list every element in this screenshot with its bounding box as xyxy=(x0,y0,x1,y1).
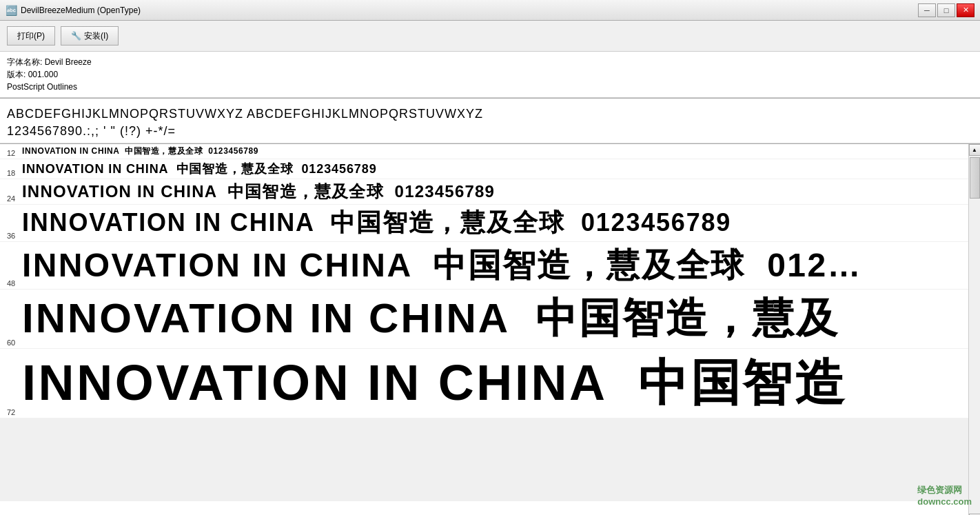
preview-row-72: 72 INNOVATION IN CHINA 中国智造 xyxy=(0,349,968,418)
toolbar: 打印(P) 🔧 安装(I) xyxy=(0,21,980,52)
title-bar: 🔤 DevilBreezeMedium (OpenType) ─ □ ✕ xyxy=(0,0,980,21)
info-panel: 字体名称: Devil Breeze 版本: 001.000 PostScrip… xyxy=(0,52,980,98)
font-name-label: 字体名称: xyxy=(7,57,42,67)
main-container: 12 INNOVATION IN CHINA 中国智造，慧及全球 0123456… xyxy=(0,144,980,515)
version-label: 版本: xyxy=(7,70,25,79)
size-label-12: 12 xyxy=(7,149,22,157)
preview-text-24: INNOVATION IN CHINA 中国智造，慧及全球 0123456789 xyxy=(22,181,495,203)
size-label-72: 72 xyxy=(7,408,22,416)
bottom-filler xyxy=(0,418,968,501)
close-button[interactable]: ✕ xyxy=(957,3,974,17)
watermark-url: downcc.com xyxy=(917,496,972,507)
size-label-18: 18 xyxy=(7,169,22,177)
watermark: 绿色资源网 downcc.com xyxy=(917,484,972,507)
type-value: PostScript Outlines xyxy=(7,82,77,92)
preview-text-12: INNOVATION IN CHINA 中国智造，慧及全球 0123456789 xyxy=(22,145,258,157)
font-name-value: Devil Breeze xyxy=(45,57,92,67)
preview-text-36: INNOVATION IN CHINA 中国智造，慧及全球 0123456789 xyxy=(22,206,731,240)
maximize-button[interactable]: □ xyxy=(937,3,955,17)
version-line: 版本: 001.000 xyxy=(7,68,973,81)
alphabet-numbers: 1234567890.:,; ' " (!?) +-*/= xyxy=(7,123,973,140)
window-icon: 🔤 xyxy=(6,5,17,16)
install-icon: 🔧 xyxy=(71,31,81,41)
preview-row-18: 18 INNOVATION IN CHINA 中国智造，慧及全球 0123456… xyxy=(0,159,968,179)
title-controls: ─ □ ✕ xyxy=(918,3,974,17)
scroll-up-button[interactable]: ▲ xyxy=(969,144,981,156)
print-button[interactable]: 打印(P) xyxy=(7,26,55,46)
alphabet-upper: ABCDEFGHIJKLMNOPQRSTUVWXYZ ABCDEFGHIJKLM… xyxy=(7,105,973,123)
watermark-text: 绿色资源网 xyxy=(917,484,972,496)
preview-row-12: 12 INNOVATION IN CHINA 中国智造，慧及全球 0123456… xyxy=(0,144,968,159)
preview-row-24: 24 INNOVATION IN CHINA 中国智造，慧及全球 0123456… xyxy=(0,179,968,205)
preview-row-60: 60 INNOVATION IN CHINA 中国智造，慧及 xyxy=(0,290,968,349)
scroll-thumb[interactable] xyxy=(970,157,980,199)
title-bar-left: 🔤 DevilBreezeMedium (OpenType) xyxy=(6,5,141,16)
preview-row-36: 36 INNOVATION IN CHINA 中国智造，慧及全球 0123456… xyxy=(0,205,968,242)
type-line: PostScript Outlines xyxy=(7,81,973,93)
install-button-label: 安装(I) xyxy=(84,30,108,42)
font-name-line: 字体名称: Devil Breeze xyxy=(7,56,973,68)
size-label-24: 24 xyxy=(7,194,22,203)
window-title: DevilBreezeMedium (OpenType) xyxy=(21,6,141,15)
size-label-48: 48 xyxy=(7,279,22,287)
preview-text-18: INNOVATION IN CHINA 中国智造，慧及全球 0123456789 xyxy=(22,161,377,177)
version-value: 001.000 xyxy=(28,70,58,79)
size-label-60: 60 xyxy=(7,339,22,347)
preview-row-48: 48 INNOVATION IN CHINA 中国智造，慧及全球 012… xyxy=(0,242,968,290)
preview-text-60: INNOVATION IN CHINA 中国智造，慧及 xyxy=(22,291,839,347)
preview-text-72: INNOVATION IN CHINA 中国智造 xyxy=(22,350,847,416)
scrollbar[interactable]: ▲ ▼ xyxy=(968,144,980,515)
minimize-button[interactable]: ─ xyxy=(918,3,936,17)
install-button[interactable]: 🔧 安装(I) xyxy=(61,26,119,46)
size-label-36: 36 xyxy=(7,232,22,240)
alphabet-section: ABCDEFGHIJKLMNOPQRSTUVWXYZ ABCDEFGHIJKLM… xyxy=(0,99,980,143)
preview-container[interactable]: 12 INNOVATION IN CHINA 中国智造，慧及全球 0123456… xyxy=(0,144,968,515)
preview-text-48: INNOVATION IN CHINA 中国智造，慧及全球 012… xyxy=(22,243,862,287)
